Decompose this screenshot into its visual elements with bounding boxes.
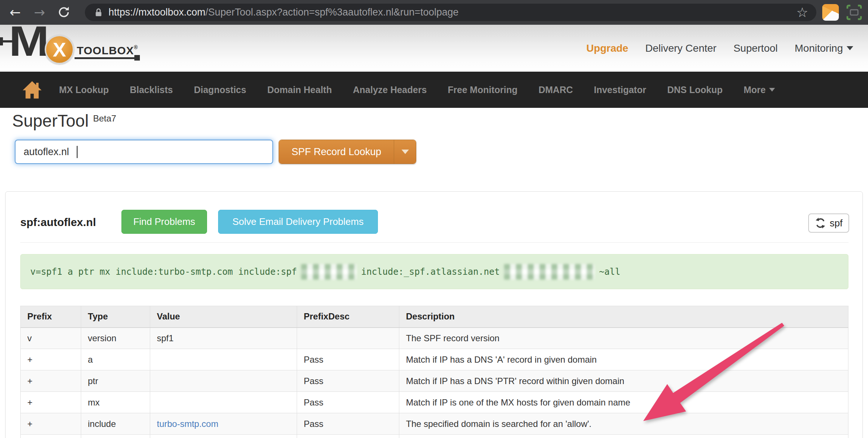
nav-diagnostics[interactable]: Diagnostics xyxy=(194,85,246,95)
text-cursor xyxy=(77,146,78,158)
cell-value: turbo-smtp.com xyxy=(150,413,297,435)
table-header-row: Prefix Type Value PrefixDesc Description xyxy=(21,306,848,328)
cell-prefixdesc: Pass xyxy=(297,370,399,392)
table-row xyxy=(21,435,848,438)
logo-m: M xyxy=(9,17,46,65)
cell-prefix: v xyxy=(21,328,81,349)
nav-analyze-headers[interactable]: Analyze Headers xyxy=(353,85,427,95)
result-heading: spf:autoflex.nl xyxy=(20,216,96,229)
nav-mx-lookup[interactable]: MX Lookup xyxy=(59,85,109,95)
nav-domain-health[interactable]: Domain Health xyxy=(267,85,332,95)
cell-prefixdesc xyxy=(297,328,399,349)
address-bar[interactable]: https://mxtoolbox.com/SuperTool.aspx?act… xyxy=(85,4,816,21)
refresh-spf-button[interactable]: spf xyxy=(808,213,849,233)
cell-type: version xyxy=(81,328,150,349)
cell-type: mx xyxy=(81,392,150,413)
table-row: + include turbo-smtp.com Pass The specif… xyxy=(21,413,848,435)
screenshot-extension-icon[interactable] xyxy=(846,4,862,21)
cell-prefixdesc: Pass xyxy=(297,349,399,370)
col-type: Type xyxy=(81,306,150,328)
spf-record-box: v=spf1 a ptr mx include:turbo-smtp.com i… xyxy=(20,254,848,289)
cell-type: ptr xyxy=(81,370,150,392)
table-row: + a Pass Match if IP has a DNS 'A' recor… xyxy=(21,349,848,370)
reload-icon[interactable] xyxy=(54,2,74,22)
logo-toolbox-text: TOOLBOX® xyxy=(77,44,138,57)
cell-description xyxy=(399,435,848,438)
home-icon[interactable] xyxy=(21,80,43,99)
bookmark-star-icon[interactable]: ☆ xyxy=(796,5,808,20)
nav-more[interactable]: More xyxy=(744,85,775,95)
logo-line xyxy=(75,57,137,59)
nav-monitoring[interactable]: Monitoring xyxy=(795,42,853,54)
cell-value xyxy=(150,349,297,370)
lookup-dropdown-toggle[interactable] xyxy=(394,140,416,164)
cell-description: Match if IP has a DNS 'PTR' record withi… xyxy=(399,370,848,392)
url-domain: https://mxtoolbox.com xyxy=(108,7,206,18)
cell-prefixdesc: Pass xyxy=(297,413,399,435)
logo-nub xyxy=(134,55,140,61)
cell-prefixdesc: Pass xyxy=(297,392,399,413)
url-text: https://mxtoolbox.com/SuperTool.aspx?act… xyxy=(108,7,796,18)
spf-record-lookup-button[interactable]: SPF Record Lookup xyxy=(279,140,416,164)
site-header: M X TOOLBOX® Upgrade Delivery Center Sup… xyxy=(0,25,868,72)
cell-type xyxy=(81,435,150,438)
solve-email-delivery-button[interactable]: Solve Email Delivery Problems xyxy=(218,210,378,234)
nav-dmarc[interactable]: DMARC xyxy=(538,85,573,95)
divider xyxy=(20,242,848,243)
lock-icon xyxy=(94,8,103,17)
spf-record-text: v=spf1 a ptr mx include:turbo-smtp.com i… xyxy=(30,267,297,277)
cell-value xyxy=(150,435,297,438)
nav-upgrade[interactable]: Upgrade xyxy=(586,42,628,54)
table-row: v version spf1 The SPF record version xyxy=(21,328,848,349)
cell-prefix: + xyxy=(21,413,81,435)
cell-description: The SPF record version xyxy=(399,328,848,349)
domain-input[interactable] xyxy=(15,140,273,164)
cell-value xyxy=(150,370,297,392)
logo-x-circle: X xyxy=(45,35,74,64)
chevron-down-icon xyxy=(847,46,853,50)
col-prefix: Prefix xyxy=(21,306,81,328)
col-description: Description xyxy=(399,306,848,328)
cell-value xyxy=(150,392,297,413)
cell-type: include xyxy=(81,413,150,435)
table-row: + ptr Pass Match if IP has a DNS 'PTR' r… xyxy=(21,370,848,392)
results-panel: spf:autoflex.nl Find Problems Solve Emai… xyxy=(5,191,863,438)
cell-description: The specified domain is searched for an … xyxy=(399,413,848,435)
table-row: + mx Pass Match if IP is one of the MX h… xyxy=(21,392,848,413)
nav-blacklists[interactable]: Blacklists xyxy=(130,85,173,95)
url-path: /SuperTool.aspx?action=spf%3aautoflex.nl… xyxy=(206,7,459,18)
refresh-label: spf xyxy=(830,218,843,229)
nav-supertool[interactable]: Supertool xyxy=(733,42,778,54)
beta-badge: Beta7 xyxy=(93,113,116,123)
nav-delivery-center[interactable]: Delivery Center xyxy=(645,42,716,54)
spf-record-lookup-label[interactable]: SPF Record Lookup xyxy=(279,140,394,164)
header-nav: Upgrade Delivery Center Supertool Monito… xyxy=(586,25,853,72)
refresh-icon xyxy=(815,218,826,229)
cell-value: spf1 xyxy=(150,328,297,349)
cell-prefixdesc xyxy=(297,435,399,438)
cell-prefix: + xyxy=(21,370,81,392)
cell-prefix xyxy=(21,435,81,438)
cell-description: Match if IP has a DNS 'A' record in give… xyxy=(399,349,848,370)
turbo-smtp-link[interactable]: turbo-smtp.com xyxy=(157,419,218,429)
spf-record-text: ~all xyxy=(599,267,620,277)
browser-toolbar: ← → https://mxtoolbox.com/SuperTool.aspx… xyxy=(0,0,868,25)
page-title: SuperToolBeta7 xyxy=(12,111,116,131)
chevron-down-icon xyxy=(402,150,409,154)
cell-prefix: + xyxy=(21,392,81,413)
extension-icon[interactable] xyxy=(822,4,839,21)
mxtoolbox-logo[interactable]: M X TOOLBOX® xyxy=(0,25,155,72)
cell-prefix: + xyxy=(21,349,81,370)
redacted-block xyxy=(504,264,595,280)
cell-type: a xyxy=(81,349,150,370)
nav-free-monitoring[interactable]: Free Monitoring xyxy=(448,85,517,95)
spf-record-text: include:_spf.atlassian.net xyxy=(361,267,500,277)
redacted-block xyxy=(301,264,356,280)
find-problems-button[interactable]: Find Problems xyxy=(121,210,207,234)
nav-dns-lookup[interactable]: DNS Lookup xyxy=(667,85,723,95)
chevron-down-icon xyxy=(769,88,775,92)
logo-nub xyxy=(0,37,3,45)
spf-record-table: Prefix Type Value PrefixDesc Description… xyxy=(20,306,848,438)
nav-investigator[interactable]: Investigator xyxy=(594,85,646,95)
main-navbar: MX Lookup Blacklists Diagnostics Domain … xyxy=(0,72,868,108)
